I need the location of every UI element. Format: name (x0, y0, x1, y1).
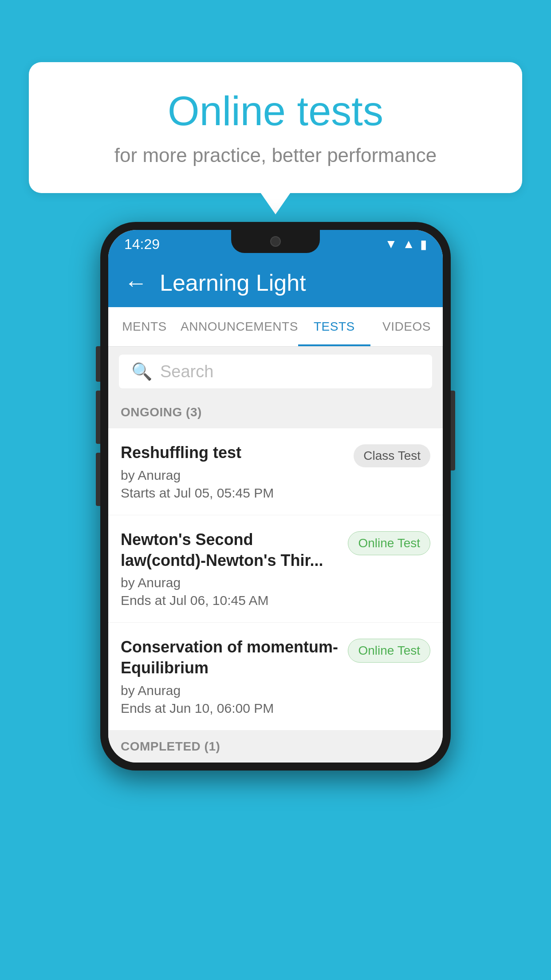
phone-btn-volume-down (96, 453, 100, 506)
test-name-3: Conservation of momentum-Equilibrium (121, 637, 339, 679)
ongoing-section-header: ONGOING (3) (108, 396, 443, 428)
test-badge-3: Online Test (348, 639, 430, 663)
speech-bubble: Online tests for more practice, better p… (29, 62, 522, 193)
test-info-2: Newton's Second law(contd)-Newton's Thir… (121, 530, 339, 609)
test-item-1[interactable]: Reshuffling test by Anurag Starts at Jul… (108, 428, 443, 515)
test-info-1: Reshuffling test by Anurag Starts at Jul… (121, 443, 345, 501)
back-button[interactable]: ← (124, 269, 147, 296)
app-bar: ← Learning Light (108, 258, 443, 307)
test-author-2: by Anurag (121, 575, 339, 590)
tabs-container: MENTS ANNOUNCEMENTS TESTS VIDEOS (108, 307, 443, 347)
phone-screen: 14:29 ▼ ▲ ▮ ← Learning Light MENTS ANNOU… (108, 230, 443, 763)
test-time-3: Ends at Jun 10, 06:00 PM (121, 701, 339, 716)
speech-bubble-subtitle: for more practice, better performance (60, 144, 491, 166)
search-bar[interactable]: 🔍 Search (119, 355, 432, 388)
phone-container: 14:29 ▼ ▲ ▮ ← Learning Light MENTS ANNOU… (100, 222, 451, 771)
test-badge-2: Online Test (348, 531, 430, 555)
speech-bubble-title: Online tests (60, 89, 491, 134)
tab-videos[interactable]: VIDEOS (370, 307, 443, 346)
status-time: 14:29 (124, 236, 160, 253)
search-icon: 🔍 (131, 362, 152, 381)
phone-notch (231, 230, 320, 253)
test-item-3[interactable]: Conservation of momentum-Equilibrium by … (108, 623, 443, 731)
speech-bubble-container: Online tests for more practice, better p… (29, 62, 522, 193)
battery-icon: ▮ (420, 237, 427, 252)
test-item-2[interactable]: Newton's Second law(contd)-Newton's Thir… (108, 515, 443, 623)
tab-tests[interactable]: TESTS (298, 307, 370, 346)
signal-icon: ▲ (402, 237, 415, 251)
status-icons: ▼ ▲ ▮ (385, 237, 427, 252)
test-name-2: Newton's Second law(contd)-Newton's Thir… (121, 530, 339, 571)
test-time-2: Ends at Jul 06, 10:45 AM (121, 593, 339, 608)
phone-frame: 14:29 ▼ ▲ ▮ ← Learning Light MENTS ANNOU… (100, 222, 451, 771)
phone-btn-left (96, 346, 100, 382)
test-info-3: Conservation of momentum-Equilibrium by … (121, 637, 339, 716)
test-time-1: Starts at Jul 05, 05:45 PM (121, 486, 345, 501)
tab-ments[interactable]: MENTS (108, 307, 181, 346)
phone-camera (270, 236, 281, 247)
test-badge-1: Class Test (354, 444, 430, 467)
tab-announcements[interactable]: ANNOUNCEMENTS (181, 307, 298, 346)
phone-btn-power (451, 391, 455, 470)
completed-section-header: COMPLETED (1) (108, 731, 443, 763)
test-author-3: by Anurag (121, 683, 339, 698)
wifi-icon: ▼ (385, 237, 398, 251)
test-name-1: Reshuffling test (121, 443, 345, 463)
search-input[interactable]: Search (160, 362, 213, 381)
phone-btn-volume-up (96, 391, 100, 444)
search-container: 🔍 Search (108, 347, 443, 396)
app-title: Learning Light (160, 269, 306, 296)
test-author-1: by Anurag (121, 468, 345, 483)
